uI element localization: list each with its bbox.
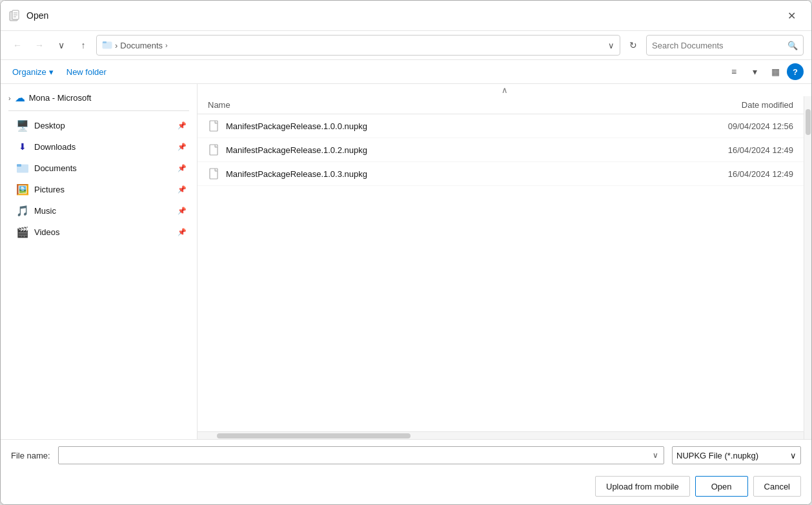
onedrive-section[interactable]: › ☁ Mona - Microsoft (1, 89, 197, 107)
sidebar-item-downloads[interactable]: ⬇ Downloads 📌 (3, 136, 194, 157)
address-separator: › (115, 41, 117, 50)
file-name-input[interactable] (63, 451, 649, 460)
sidebar-item-videos[interactable]: 🎬 Videos 📌 (3, 222, 194, 242)
svg-rect-6 (103, 41, 107, 43)
collapse-button[interactable]: ∧ (198, 84, 811, 96)
title-bar: Open ✕ (1, 1, 811, 31)
new-folder-button[interactable]: New folder (63, 65, 110, 79)
address-arrow: › (165, 41, 168, 49)
help-button[interactable]: ? (787, 63, 804, 80)
file-name: ManifestPackageRelease.1.0.0.nupkg (226, 121, 659, 131)
onedrive-icon: ☁ (15, 92, 25, 104)
onedrive-label: Mona - Microsoft (29, 93, 92, 103)
cancel-button[interactable]: Cancel (753, 476, 801, 497)
videos-icon: 🎬 (16, 225, 29, 238)
file-doc-icon (209, 168, 219, 180)
h-scroll-thumb (217, 433, 411, 438)
chevron-right-icon: › (8, 94, 11, 102)
file-type-select[interactable]: NUPKG File (*.nupkg) ∨ (672, 446, 801, 464)
file-row[interactable]: ManifestPackageRelease.1.0.0.nupkg 09/04… (198, 114, 804, 138)
sidebar-music-label: Music (34, 206, 172, 216)
organize-arrow: ▾ (49, 67, 54, 77)
folder-icon (102, 39, 112, 50)
search-input[interactable] (652, 41, 784, 50)
svg-rect-8 (17, 164, 21, 167)
horizontal-scrollbar[interactable] (198, 431, 804, 439)
toolbar2-right: ≡ ▾ ▦ ? (725, 63, 804, 81)
organize-label: Organize (12, 67, 46, 77)
file-date: 09/04/2024 12:56 (664, 121, 793, 131)
music-icon: 🎵 (16, 204, 29, 217)
pictures-pin-icon: 📌 (178, 185, 187, 194)
vertical-scrollbar[interactable] (804, 96, 811, 439)
action-row: Upload from mobile Open Cancel (1, 471, 811, 504)
file-list-header: Name Date modified (198, 96, 804, 114)
sidebar-videos-label: Videos (34, 227, 172, 237)
address-icon (102, 39, 112, 52)
main-content: › ☁ Mona - Microsoft 🖥️ Desktop 📌 ⬇ Down… (1, 84, 811, 439)
file-date: 16/04/2024 12:49 (664, 169, 793, 179)
address-path: › Documents › (115, 41, 168, 50)
sidebar-item-music[interactable]: 🎵 Music 📌 (3, 200, 194, 221)
organize-button[interactable]: Organize ▾ (8, 65, 57, 79)
downloads-pin-icon: 📌 (178, 143, 187, 151)
sidebar: › ☁ Mona - Microsoft 🖥️ Desktop 📌 ⬇ Down… (1, 84, 198, 439)
footer: File name: ∨ NUPKG File (*.nupkg) ∨ (1, 439, 811, 471)
videos-pin-icon: 📌 (178, 228, 187, 236)
file-list: ManifestPackageRelease.1.0.0.nupkg 09/04… (198, 114, 804, 431)
title-bar-left: Open (8, 9, 48, 22)
file-name-label: File name: (11, 451, 50, 460)
nav-toolbar: ← → ∨ ↑ › Documents › ∨ ↻ 🔍 (1, 31, 811, 60)
desktop-icon: 🖥️ (16, 119, 29, 132)
downloads-icon: ⬇ (16, 140, 29, 153)
v-scroll-thumb (806, 109, 811, 135)
address-segment: Documents (120, 41, 163, 50)
pictures-icon: 🖼️ (16, 183, 29, 196)
refresh-button[interactable]: ↻ (624, 36, 642, 54)
back-button[interactable]: ← (8, 36, 26, 54)
open-dialog: Open ✕ ← → ∨ ↑ › Documents › ∨ ↻ 🔍 (0, 0, 812, 505)
address-bar[interactable]: › Documents › ∨ (96, 35, 620, 56)
address-dropdown-button[interactable]: ∨ (608, 41, 614, 50)
sidebar-desktop-label: Desktop (34, 121, 172, 130)
file-row[interactable]: ManifestPackageRelease.1.0.3.nupkg 16/04… (198, 162, 804, 186)
col-date-header[interactable]: Date modified (664, 100, 793, 110)
search-icon: 🔍 (787, 41, 798, 50)
up-button[interactable]: ↑ (74, 36, 92, 54)
file-list-container: Name Date modified (198, 96, 811, 439)
col-name-header[interactable]: Name (208, 100, 664, 110)
sidebar-item-documents[interactable]: Documents 📌 (3, 158, 194, 178)
sidebar-pictures-label: Pictures (34, 185, 172, 194)
documents-icon (16, 161, 29, 174)
file-icon (208, 119, 221, 132)
view-list-button[interactable]: ≡ (725, 63, 743, 81)
file-name-input-wrap[interactable]: ∨ (58, 446, 664, 464)
sidebar-separator (8, 110, 189, 111)
view-tiles-button[interactable]: ▦ (766, 63, 784, 81)
dropdown-button[interactable]: ∨ (52, 36, 70, 54)
documents-folder-icon (17, 163, 28, 173)
file-doc-icon (209, 144, 219, 156)
forward-button[interactable]: → (30, 36, 48, 54)
file-icon (208, 143, 221, 156)
search-box[interactable]: 🔍 (646, 35, 804, 56)
open-button[interactable]: Open (695, 476, 748, 497)
file-name: ManifestPackageRelease.1.0.2.nupkg (226, 145, 659, 155)
sidebar-downloads-label: Downloads (34, 142, 172, 152)
file-type-label: NUPKG File (*.nupkg) (676, 451, 758, 460)
sidebar-item-desktop[interactable]: 🖥️ Desktop 📌 (3, 115, 194, 136)
filename-dropdown-button[interactable]: ∨ (651, 451, 660, 460)
view-dropdown-button[interactable]: ▾ (746, 63, 764, 81)
file-type-arrow: ∨ (790, 451, 797, 460)
organize-toolbar: Organize ▾ New folder ≡ ▾ ▦ ? (1, 60, 811, 84)
dialog-icon (8, 9, 21, 22)
file-panel: ∧ Name Date modified (198, 84, 811, 439)
music-pin-icon: 📌 (178, 207, 187, 215)
dialog-title: Open (26, 10, 48, 21)
file-doc-icon (209, 120, 219, 132)
close-button[interactable]: ✕ (782, 6, 801, 25)
sidebar-item-pictures[interactable]: 🖼️ Pictures 📌 (3, 179, 194, 200)
file-name: ManifestPackageRelease.1.0.3.nupkg (226, 169, 659, 179)
upload-from-mobile-button[interactable]: Upload from mobile (595, 476, 690, 497)
file-row[interactable]: ManifestPackageRelease.1.0.2.nupkg 16/04… (198, 138, 804, 162)
